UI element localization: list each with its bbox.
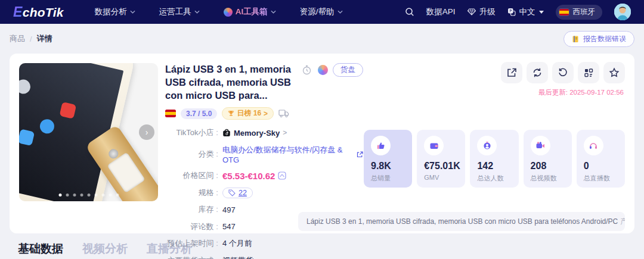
breadcrumb: 商品 / 详情 bbox=[10, 33, 52, 44]
data-api-label: 数据API bbox=[426, 7, 456, 17]
rating-badge: 3.7 / 5.0 bbox=[181, 108, 217, 119]
navbar-right: 数据API 升级 中文 西班牙 bbox=[405, 4, 631, 20]
ai-toolbox-icon bbox=[224, 8, 233, 17]
stat-card-total-lives[interactable]: 0 总直播数 bbox=[577, 130, 625, 188]
stat-label: 总达人数 bbox=[477, 174, 503, 183]
stat-card-total-sales[interactable]: 9.8K 总销量 bbox=[364, 130, 412, 188]
price-trend-icon[interactable] bbox=[278, 171, 286, 180]
stat-card-gmv[interactable]: €75.01K GMV bbox=[417, 130, 465, 188]
next-arrow-glyph: › bbox=[145, 127, 148, 137]
shop-chevron: > bbox=[283, 129, 287, 137]
menu-resources-help[interactable]: 资源/帮助 bbox=[300, 7, 343, 17]
echotik-logo[interactable]: EchoTik bbox=[13, 4, 64, 20]
logo-text: choTik bbox=[23, 5, 64, 19]
stopwatch-icon[interactable] bbox=[301, 64, 312, 76]
ai-analyze-icon[interactable] bbox=[317, 64, 329, 76]
field-shop: TikTok小店 Memory-Sky > bbox=[165, 127, 363, 138]
tiktok-shop-bag-icon bbox=[222, 129, 231, 137]
chevron-down-icon bbox=[338, 10, 343, 14]
stat-card-total-creators[interactable]: 142 总达人数 bbox=[470, 130, 518, 188]
carousel-dot[interactable] bbox=[80, 194, 83, 196]
chevron-down-icon bbox=[271, 10, 276, 14]
spain-flag-icon bbox=[559, 9, 569, 15]
main-menu: 数据分析 运营工具 AI工具箱 资源/帮助 bbox=[95, 7, 343, 17]
spec-count-pill[interactable]: 22 bbox=[222, 188, 253, 198]
category-link[interactable]: 电脑办公/数据储存与软件/闪存盘 & OTG bbox=[222, 145, 354, 164]
stat-label: 总视频数 bbox=[531, 174, 557, 183]
favorite-star-button[interactable] bbox=[603, 62, 625, 83]
carousel-dot[interactable] bbox=[116, 194, 119, 196]
menu-operation-tools[interactable]: 运营工具 bbox=[159, 7, 200, 17]
breadcrumb-detail: 详情 bbox=[37, 33, 52, 44]
related-products-button[interactable] bbox=[578, 62, 599, 83]
daily-rank-badge[interactable]: 日榜 16 > bbox=[222, 107, 274, 120]
menu-label: 运营工具 bbox=[159, 7, 191, 17]
carousel-dot[interactable] bbox=[73, 194, 76, 196]
chevron-down-icon bbox=[194, 10, 200, 14]
field-spec: 规格 22 bbox=[165, 188, 363, 198]
carousel-dot[interactable] bbox=[66, 194, 69, 196]
price-range-value: €5.53-€10.62 bbox=[222, 171, 275, 181]
breadcrumb-products[interactable]: 商品 bbox=[10, 33, 25, 44]
field-label: 主要带货方式 bbox=[165, 255, 222, 259]
menu-label: AI工具箱 bbox=[236, 7, 268, 17]
carousel-dot[interactable] bbox=[94, 194, 97, 196]
logo-e-glyph: E bbox=[13, 4, 23, 20]
caret-down-icon bbox=[539, 11, 544, 14]
shop-link[interactable]: Memory-Sky > bbox=[222, 129, 287, 138]
spain-flag-icon bbox=[165, 110, 176, 117]
data-api-link[interactable]: 数据API bbox=[426, 7, 456, 17]
menu-ai-toolbox[interactable]: AI工具箱 bbox=[224, 7, 276, 17]
trophy-icon bbox=[228, 110, 234, 117]
field-category: 分类 电脑办公/数据储存与软件/闪存盘 & OTG bbox=[165, 145, 363, 164]
carousel-dot[interactable] bbox=[101, 194, 104, 196]
menu-data-analysis[interactable]: 数据分析 bbox=[95, 7, 135, 17]
language-switch[interactable]: 中文 bbox=[507, 7, 544, 17]
stat-card-total-videos[interactable]: 208 总视频数 bbox=[524, 130, 572, 188]
field-label: 库存 bbox=[165, 204, 222, 215]
carousel-dot[interactable] bbox=[58, 194, 61, 196]
stat-value: 208 bbox=[531, 161, 547, 171]
upgrade-link[interactable]: 升级 bbox=[467, 7, 496, 17]
shipping-truck-icon[interactable] bbox=[278, 109, 289, 118]
refresh-button[interactable] bbox=[527, 62, 548, 83]
breadcrumb-separator: / bbox=[30, 35, 32, 43]
region-label: 西班牙 bbox=[573, 7, 596, 17]
stat-value: 142 bbox=[477, 161, 493, 171]
carousel-dot[interactable] bbox=[87, 194, 90, 196]
search-icon[interactable] bbox=[405, 7, 414, 17]
external-link-icon[interactable] bbox=[357, 151, 363, 158]
tab-video-analysis[interactable]: 视频分析 bbox=[82, 241, 128, 257]
breadcrumb-bar: 商品 / 详情 报告数据错误 bbox=[0, 24, 644, 54]
carousel-dots bbox=[58, 194, 119, 196]
pallet-tag-label: 货盘 bbox=[340, 65, 355, 74]
tag-icon bbox=[228, 189, 236, 196]
stat-cards: 9.8K 总销量 €75.01K GMV 142 总达人数 208 总视频数 0… bbox=[364, 130, 625, 188]
report-data-error-button[interactable]: 报告数据错误 bbox=[564, 31, 634, 47]
stat-value: €75.01K bbox=[424, 161, 460, 171]
field-label: 价格区间 bbox=[165, 170, 222, 181]
wallet-icon bbox=[424, 136, 444, 155]
language-label: 中文 bbox=[519, 7, 535, 17]
product-detail-card: › Lápiz USB 3 en 1, memoria USB cifrada,… bbox=[10, 54, 634, 233]
carousel-dot[interactable] bbox=[109, 194, 112, 196]
field-label: TikTok小店 bbox=[165, 127, 222, 138]
live-icon bbox=[584, 136, 603, 155]
shop-name: Memory-Sky bbox=[234, 129, 280, 138]
history-button[interactable] bbox=[552, 62, 574, 83]
user-avatar[interactable] bbox=[614, 4, 631, 20]
menu-label: 资源/帮助 bbox=[300, 7, 335, 17]
tab-basic-data[interactable]: 基础数据 bbox=[18, 241, 63, 257]
stat-label: 总直播数 bbox=[584, 174, 610, 183]
reviews-value: 547 bbox=[222, 222, 236, 231]
open-external-button[interactable] bbox=[501, 62, 522, 83]
carousel-next-button[interactable]: › bbox=[139, 124, 154, 140]
description-text: Lápiz USB 3 en 1, memoria USB cifrada, m… bbox=[306, 217, 618, 226]
region-selector[interactable]: 西班牙 bbox=[556, 5, 603, 20]
product-badges: 3.7 / 5.0 日榜 16 > bbox=[165, 107, 363, 120]
product-fields: TikTok小店 Memory-Sky > 分类 电脑办公/数据储存与软件/闪存… bbox=[165, 127, 363, 259]
rank-chevron: > bbox=[264, 110, 268, 118]
product-image-carousel[interactable]: › bbox=[19, 63, 158, 201]
stat-label: GMV bbox=[424, 174, 439, 181]
pallet-tag[interactable]: 货盘 bbox=[333, 63, 363, 77]
